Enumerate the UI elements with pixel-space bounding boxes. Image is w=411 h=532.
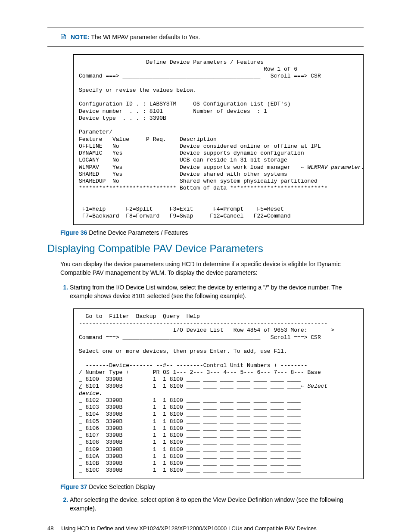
note-bottom-rule bbox=[47, 46, 364, 47]
page-number: 48 bbox=[47, 525, 53, 532]
section-heading: Displaying Compatible PAV Device Paramet… bbox=[47, 241, 364, 256]
step-1: Starting from the I/O Device List window… bbox=[70, 283, 364, 301]
terminal-define-device-params: Define Device Parameters / Features Row … bbox=[73, 54, 364, 225]
note-label: NOTE: bbox=[71, 34, 90, 40]
note-icon bbox=[60, 33, 66, 42]
figure-37-caption: Figure 37 Device Selection Display bbox=[60, 482, 364, 491]
figure-36-label: Figure 36 bbox=[60, 229, 87, 236]
page-footer: 48 Using HCD to Define and View XP1024/X… bbox=[47, 525, 364, 532]
intro-paragraph: You can display the device parameters us… bbox=[60, 260, 364, 277]
top-rule bbox=[47, 28, 364, 28]
step-2: After selecting the device, select optio… bbox=[70, 495, 364, 513]
figure-37-label: Figure 37 bbox=[60, 483, 87, 490]
figure-37-text: Device Selection Display bbox=[89, 483, 155, 490]
footer-text: Using HCD to Define and View XP1024/XP12… bbox=[61, 525, 317, 532]
note-block: NOTE: The WLMPAV parameter defaults to Y… bbox=[60, 32, 364, 42]
figure-36-caption: Figure 36 Define Device Parameters / Fea… bbox=[60, 228, 364, 237]
steps-list-2: After selecting the device, select optio… bbox=[60, 495, 364, 513]
note-text: The WLMPAV parameter defaults to Yes. bbox=[91, 34, 200, 40]
steps-list-1: Starting from the I/O Device List window… bbox=[60, 283, 364, 301]
terminal-io-device-list: Go to Filter Backup Query Help ---------… bbox=[73, 308, 364, 479]
figure-36-text: Define Device Parameters / Features bbox=[89, 229, 188, 236]
